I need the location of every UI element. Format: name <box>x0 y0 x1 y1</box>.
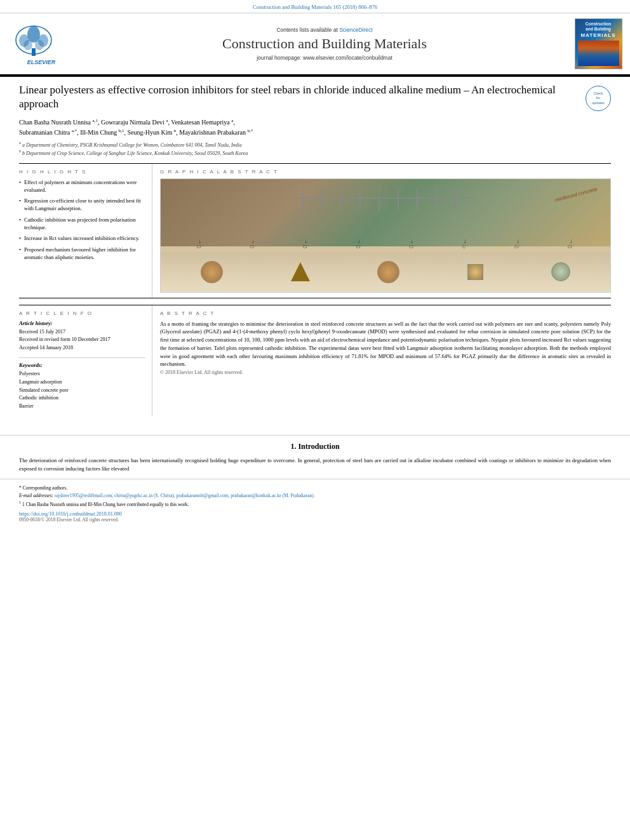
abstract-column: A B S T R A C T As a motto of framing th… <box>152 305 611 416</box>
highlight-item: Proposed mechanism favoured higher inhib… <box>19 246 145 262</box>
info-divider <box>19 357 145 358</box>
svg-point-6 <box>35 40 44 50</box>
contents-line: Contents lists available at ScienceDirec… <box>276 27 372 33</box>
svg-rect-0 <box>32 48 36 56</box>
authors-line: Chan Basha Nusrath Unnisa a,1, Gowraraju… <box>19 117 611 137</box>
ga-bottom-area <box>161 252 610 291</box>
received-date: Received 15 July 2017 <box>19 328 145 337</box>
keyword-item: Langmuir adsorption <box>19 378 145 387</box>
introduction-text: The deterioration of reinforced concrete… <box>19 457 611 473</box>
ga-arrows: ↓↓↓↓↓↓↓↓ <box>161 237 610 244</box>
ga-triangle <box>291 262 310 281</box>
issn-line: 0950-0618/© 2018 Elsevier Ltd. All right… <box>19 517 611 523</box>
revised-date: Received in revised form 10 December 201… <box>19 336 145 344</box>
page-footer: * Corresponding authors. E-mail addresse… <box>0 479 630 527</box>
elsevier-logo-area: ELSEVIER <box>6 18 76 69</box>
article-dates: Received 15 July 2017 Received in revise… <box>19 328 145 352</box>
highlight-item: Effect of polymers at minimum concentrat… <box>19 178 145 194</box>
highlight-item: Regression co-efficient close to unity i… <box>19 197 145 213</box>
rebar-svg <box>161 182 610 214</box>
footnote-text: * Corresponding authors. E-mail addresse… <box>19 484 611 507</box>
highlights-list: Effect of polymers at minimum concentrat… <box>19 178 145 262</box>
page: Construction and Building Materials 165 … <box>0 0 630 840</box>
check-updates-badge: Check for updates <box>586 86 611 111</box>
article-info-section: A R T I C L E I N F O Article history: R… <box>19 305 611 416</box>
article-info-column: A R T I C L E I N F O Article history: R… <box>19 305 152 416</box>
journal-homepage: journal homepage: www.elsevier.com/locat… <box>257 55 392 61</box>
journal-header: ELSEVIER Contents lists available at Sci… <box>0 13 630 76</box>
article-title-text: Linear polyesters as effective corrosion… <box>19 83 579 111</box>
journal-reference-bar: Construction and Building Materials 165 … <box>0 0 630 13</box>
elsevier-tree-icon <box>13 23 70 58</box>
article-title-area: Linear polyesters as effective corrosion… <box>19 83 611 111</box>
elsevier-text: ELSEVIER <box>27 59 56 65</box>
keyword-item: Cathodic inhibition <box>19 394 145 403</box>
ga-small-circle <box>467 264 483 280</box>
article-history-label: Article history: <box>19 320 145 326</box>
ga-ions: Cl⁻Cl⁻Cl⁻Cl⁻Cl⁻C⁻Cl⁻Cl⁻ <box>161 244 610 250</box>
email-info: E-mail addresses: rajshree1995@rediffmai… <box>19 492 611 499</box>
ga-top-layer: reinforced concrete <box>161 179 610 247</box>
keyword-item: Simulated concrete pore <box>19 387 145 395</box>
abstract-label: A B S T R A C T <box>160 310 611 316</box>
abstract-copyright: © 2018 Elsevier Ltd. All rights reserved… <box>160 370 243 375</box>
graphical-abstract-column: G R A P H I C A L A B S T R A C T reinfo… <box>152 164 611 298</box>
article-content: Linear polyesters as effective corrosion… <box>0 77 630 429</box>
journal-header-center: Contents lists available at ScienceDirec… <box>81 18 568 69</box>
journal-title: Construction and Building Materials <box>222 36 427 52</box>
keyword-item: Barrier <box>19 403 145 411</box>
journal-cover-thumbnail: Construction and Building MATERIALS <box>575 18 622 69</box>
highlight-item: Cathodic inhibition was projected from p… <box>19 216 145 232</box>
highlights-label: H I G H L I G H T S <box>19 169 145 175</box>
corresponding-note: * Corresponding authors. <box>19 484 611 491</box>
introduction-section: 1. Introduction The deterioration of rei… <box>0 442 630 473</box>
keywords-list: Polyesters Langmuir adsorption Simulated… <box>19 370 145 411</box>
email-addresses: rajshree1995@rediffmail.com, chitra@psgr… <box>55 493 315 498</box>
keyword-item: Polyesters <box>19 370 145 378</box>
highlights-graphical-section: H I G H L I G H T S Effect of polymers a… <box>19 163 611 298</box>
content-separator <box>0 435 630 436</box>
introduction-title: 1. Introduction <box>19 442 611 451</box>
accepted-date: Accepted 14 January 2018 <box>19 344 145 352</box>
journal-reference-text: Construction and Building Materials 165 … <box>253 4 377 10</box>
footnote-1: 1 1 Chan Basha Nusrath unnisa and Ill-Mi… <box>19 499 611 508</box>
svg-point-5 <box>23 40 32 50</box>
highlights-column: H I G H L I G H T S Effect of polymers a… <box>19 164 152 298</box>
keywords-label: Keywords: <box>19 362 145 368</box>
graphical-abstract-label: G R A P H I C A L A B S T R A C T <box>160 169 611 175</box>
ga-circle-3 <box>551 262 570 281</box>
doi-line[interactable]: https://doi.org/10.1016/j.conbuildmat.20… <box>19 511 611 517</box>
article-info-label: A R T I C L E I N F O <box>19 310 145 316</box>
affiliations: a a Department of Chemistry, PSGR Krishn… <box>19 140 611 157</box>
ga-circle-2 <box>377 261 399 283</box>
highlight-item: Increase in Rct values increased inhibit… <box>19 234 145 242</box>
svg-point-2 <box>27 26 40 43</box>
science-direct-link[interactable]: ScienceDirect <box>339 27 372 33</box>
abstract-text: As a motto of framing the strategies to … <box>160 320 611 377</box>
journal-cover-area: Construction and Building MATERIALS <box>573 18 624 69</box>
graphical-abstract-image: reinforced concrete <box>160 178 611 293</box>
ga-circle-1 <box>201 261 223 283</box>
